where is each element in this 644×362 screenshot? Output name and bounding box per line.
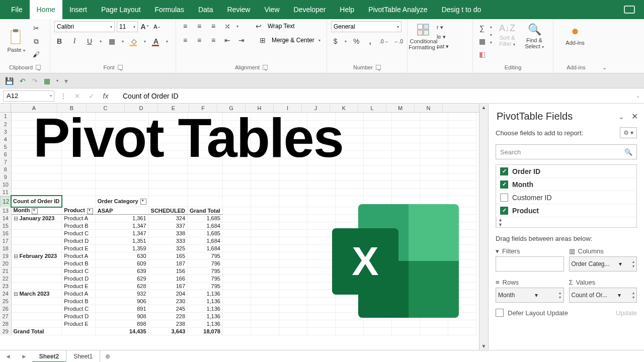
cell[interactable]: 609 bbox=[95, 260, 148, 267]
cell[interactable] bbox=[335, 290, 363, 298]
cell[interactable]: 204 bbox=[148, 290, 187, 298]
cell[interactable] bbox=[62, 328, 96, 335]
cell[interactable] bbox=[420, 230, 448, 237]
cell[interactable] bbox=[62, 128, 96, 135]
cell[interactable] bbox=[11, 283, 62, 290]
cell[interactable]: Product E bbox=[62, 245, 96, 252]
cell[interactable] bbox=[335, 230, 363, 237]
cell[interactable] bbox=[448, 245, 476, 252]
cell[interactable] bbox=[448, 267, 476, 275]
cell[interactable] bbox=[307, 283, 335, 290]
cell[interactable] bbox=[448, 128, 476, 135]
cell[interactable] bbox=[335, 283, 363, 290]
update-button[interactable]: Update bbox=[616, 309, 637, 317]
cell[interactable]: 1,136 bbox=[188, 313, 223, 320]
defer-checkbox[interactable] bbox=[496, 309, 504, 317]
cell[interactable]: 165 bbox=[148, 252, 187, 260]
cell[interactable]: 1,684 bbox=[188, 245, 223, 252]
cell[interactable] bbox=[448, 237, 476, 245]
filters-dropzone[interactable] bbox=[496, 256, 564, 272]
cell[interactable] bbox=[251, 283, 279, 290]
cell[interactable] bbox=[335, 245, 363, 252]
cell[interactable] bbox=[420, 113, 448, 120]
cell[interactable]: Product A bbox=[62, 215, 96, 222]
row-header[interactable]: 8 bbox=[0, 165, 11, 173]
ribbon-tab-formulas[interactable]: Formulas bbox=[148, 0, 191, 19]
cell[interactable] bbox=[363, 313, 391, 320]
cell[interactable] bbox=[307, 320, 335, 328]
cell[interactable] bbox=[62, 180, 96, 188]
cell[interactable] bbox=[420, 275, 448, 283]
cell[interactable] bbox=[222, 328, 251, 335]
format-painter-icon[interactable]: 🖌 bbox=[31, 49, 41, 59]
align-left-icon[interactable]: ≡ bbox=[180, 35, 190, 45]
cell[interactable] bbox=[335, 328, 363, 335]
cell[interactable] bbox=[251, 207, 279, 215]
field-row[interactable]: Customer ID bbox=[496, 191, 636, 204]
cell[interactable] bbox=[11, 237, 62, 245]
cell[interactable] bbox=[279, 298, 307, 305]
cell[interactable] bbox=[448, 207, 476, 215]
cell[interactable] bbox=[363, 158, 391, 165]
cell[interactable] bbox=[222, 180, 251, 188]
row-header[interactable]: 5 bbox=[0, 143, 11, 150]
cell[interactable] bbox=[307, 267, 335, 275]
confirm-icon[interactable]: ✓ bbox=[85, 92, 99, 100]
fill-color-icon[interactable]: ◇ bbox=[129, 36, 139, 46]
cell[interactable]: Month bbox=[11, 207, 62, 215]
cell[interactable]: Product C bbox=[62, 230, 96, 237]
cell[interactable]: 1,351 bbox=[95, 237, 148, 245]
cell[interactable] bbox=[391, 267, 420, 275]
font-size-select[interactable]: 11▾ bbox=[117, 21, 138, 32]
cell[interactable] bbox=[279, 283, 307, 290]
row-header[interactable]: 3 bbox=[0, 128, 11, 135]
cell[interactable] bbox=[391, 188, 420, 196]
values-dropzone[interactable]: Count of Or...▾▴▾ bbox=[569, 288, 637, 303]
cell[interactable] bbox=[420, 283, 448, 290]
indent-dec-icon[interactable]: ⇤ bbox=[222, 35, 232, 45]
cell[interactable] bbox=[307, 165, 335, 173]
cell[interactable] bbox=[11, 158, 62, 165]
cell[interactable] bbox=[148, 135, 187, 143]
row-header[interactable]: 1 bbox=[0, 113, 11, 120]
cell[interactable] bbox=[188, 113, 223, 120]
cell[interactable] bbox=[307, 158, 335, 165]
cell[interactable] bbox=[251, 165, 279, 173]
cell[interactable] bbox=[391, 290, 420, 298]
cell[interactable] bbox=[307, 230, 335, 237]
row-header[interactable]: 24 bbox=[0, 290, 11, 298]
cell[interactable] bbox=[448, 298, 476, 305]
cell[interactable]: 908 bbox=[95, 313, 148, 320]
cell[interactable] bbox=[251, 320, 279, 328]
cell[interactable]: Product D bbox=[62, 313, 96, 320]
cell[interactable]: 898 bbox=[95, 320, 148, 328]
cell[interactable] bbox=[363, 135, 391, 143]
new-sheet-button[interactable]: ⊕ bbox=[100, 353, 115, 360]
cell[interactable] bbox=[222, 320, 251, 328]
cell[interactable] bbox=[11, 275, 62, 283]
grow-font-icon[interactable]: A⌃ bbox=[140, 22, 150, 32]
cell[interactable] bbox=[148, 128, 187, 135]
cell[interactable] bbox=[148, 143, 187, 150]
undo-icon[interactable]: ↶ bbox=[20, 77, 26, 85]
column-header[interactable]: J bbox=[302, 104, 330, 112]
cell[interactable]: 166 bbox=[148, 275, 187, 283]
cell[interactable] bbox=[307, 135, 335, 143]
cell[interactable] bbox=[188, 173, 223, 180]
cell[interactable] bbox=[11, 260, 62, 267]
cell[interactable] bbox=[148, 120, 187, 128]
cell[interactable] bbox=[448, 150, 476, 158]
cell[interactable] bbox=[420, 158, 448, 165]
cell[interactable] bbox=[391, 283, 420, 290]
cell[interactable] bbox=[279, 215, 307, 222]
cell[interactable] bbox=[62, 120, 96, 128]
cell[interactable] bbox=[251, 328, 279, 335]
cell[interactable]: Product B bbox=[62, 260, 96, 267]
cell[interactable] bbox=[363, 180, 391, 188]
chevron-down-icon[interactable]: ⌄ bbox=[618, 113, 624, 121]
gear-icon[interactable]: ⚙ ▾ bbox=[620, 127, 637, 138]
cell[interactable] bbox=[335, 113, 363, 120]
cell[interactable] bbox=[62, 135, 96, 143]
cell[interactable]: 796 bbox=[188, 260, 223, 267]
cell[interactable] bbox=[251, 135, 279, 143]
